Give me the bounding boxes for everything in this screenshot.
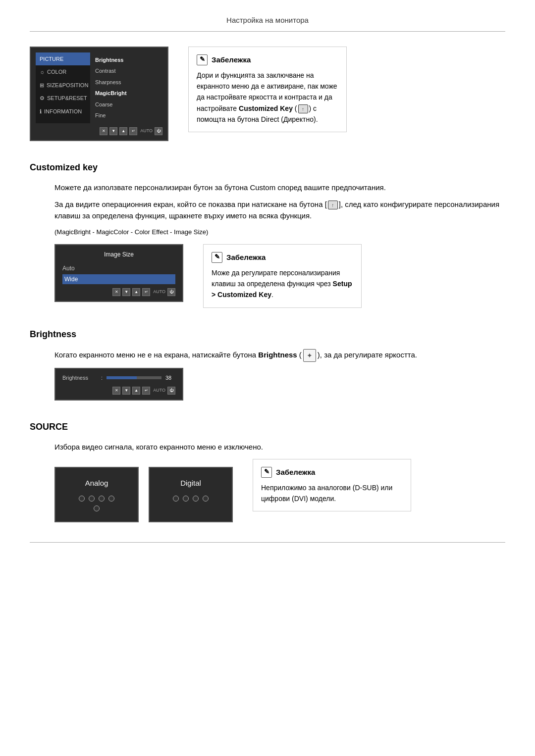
menu-item-info-label: INFORMATION bbox=[44, 107, 82, 116]
digital-screen: Digital bbox=[149, 467, 233, 523]
ctrl-enter: ↵ bbox=[129, 127, 137, 135]
customized-two-col: Image Size Auto Wide ✕ ▼ ▲ ↵ AUTO ⏻ bbox=[54, 244, 505, 308]
source-body: Избора видео сигнала, когато екранното м… bbox=[30, 442, 505, 522]
customkey-icon-2: ↑ bbox=[328, 201, 338, 209]
img-size-title: Image Size bbox=[62, 250, 175, 259]
brightness-screen: Brightness : 38 ✕ ▼ ▲ ↵ AUTO ⏻ bbox=[54, 368, 183, 401]
source-screens-left: Analog Digital bbox=[54, 459, 233, 523]
menu-item-size: ⊞ SIZE&POSITION bbox=[36, 79, 90, 92]
customized-screen-left: Image Size Auto Wide ✕ ▼ ▲ ↵ AUTO ⏻ bbox=[54, 244, 183, 302]
monitor-controls: ✕ ▼ ▲ ↵ AUTO ⏻ bbox=[36, 127, 162, 135]
ctrl2-enter: ↵ bbox=[142, 288, 150, 296]
customized-note-right: ✎ Забележка Може да регулирате персонали… bbox=[203, 244, 505, 308]
analog-dot-4 bbox=[108, 496, 114, 502]
brightness-para: Когато екранното меню не е на екрана, на… bbox=[54, 349, 505, 362]
digital-dot-3 bbox=[193, 496, 199, 502]
intro-monitor-screen: PICTURE ☼ COLOR ⊞ SIZE&POSITION bbox=[30, 47, 168, 141]
source-para: Избора видео сигнала, когато екранното м… bbox=[54, 442, 505, 453]
brightness-section: Brightness Когато екранното меню не е на… bbox=[30, 328, 505, 401]
intro-note-right: ✎ Забележка Дори и функцията за заключва… bbox=[188, 47, 505, 133]
digital-dot-4 bbox=[203, 496, 209, 502]
option-sharpness: Sharpness bbox=[95, 77, 158, 88]
customized-para1: Можете да използвате персонализиран буто… bbox=[54, 182, 505, 194]
setup-icon: ⚙ bbox=[40, 94, 45, 102]
source-title: SOURCE bbox=[30, 420, 505, 434]
source-note-title: ✎ Забележка bbox=[261, 466, 403, 478]
customized-sub-label: (MagicBright - MagicColor - Color Effect… bbox=[54, 227, 505, 237]
intro-note-title: ✎ Забележка bbox=[197, 54, 338, 66]
ctrl-up: ▲ bbox=[119, 127, 127, 135]
menu-item-setup-label: SETUP&RESET bbox=[47, 94, 87, 102]
intro-section: PICTURE ☼ COLOR ⊞ SIZE&POSITION bbox=[30, 47, 505, 141]
brightness-value: 38 bbox=[165, 374, 175, 382]
ctrl-power: ⏻ bbox=[155, 127, 162, 135]
customized-key-section: Customized key Можете да използвате перс… bbox=[30, 161, 505, 308]
analog-dot-3 bbox=[99, 496, 105, 502]
digital-title: Digital bbox=[161, 478, 220, 489]
img-size-wide: Wide bbox=[62, 274, 175, 284]
brightness-bar bbox=[107, 376, 161, 379]
note-icon-1: ✎ bbox=[197, 54, 208, 65]
menu-item-color: ☼ COLOR bbox=[36, 65, 90, 79]
brightness-label: Brightness bbox=[62, 374, 97, 382]
ctrl3-auto: AUTO bbox=[153, 387, 165, 394]
ctrl-auto: AUTO bbox=[140, 128, 153, 135]
menu-item-setup: ⚙ SETUP&RESET bbox=[36, 92, 90, 105]
source-note-right: ✎ Забележка Неприложимо за аналогови (D-… bbox=[253, 459, 505, 512]
menu-item-info: ℹ INFORMATION bbox=[36, 105, 90, 118]
customized-key-body: Можете да използвате персонализиран буто… bbox=[30, 182, 505, 308]
ctrl3-enter: ↵ bbox=[142, 387, 150, 395]
img-size-screen: Image Size Auto Wide ✕ ▼ ▲ ↵ AUTO ⏻ bbox=[54, 244, 183, 302]
brightness-controls: ✕ ▼ ▲ ↵ AUTO ⏻ bbox=[62, 387, 175, 395]
option-coarse: Coarse bbox=[95, 99, 158, 110]
digital-dots bbox=[171, 496, 211, 502]
signal-screens: Analog Digital bbox=[54, 467, 233, 523]
menu-item-size-label: SIZE&POSITION bbox=[47, 81, 88, 90]
intro-menu: PICTURE ☼ COLOR ⊞ SIZE&POSITION bbox=[36, 52, 162, 123]
color-icon: ☼ bbox=[40, 68, 45, 76]
analog-title: Analog bbox=[67, 478, 126, 489]
brightness-row: Brightness : 38 bbox=[62, 374, 175, 382]
source-note-text: Неприложимо за аналогови (D-SUB) или циф… bbox=[261, 482, 403, 504]
source-note-box: ✎ Забележка Неприложимо за аналогови (D-… bbox=[253, 459, 411, 512]
analog-dot-5 bbox=[94, 505, 100, 511]
source-section: SOURCE Избора видео сигнала, когато екра… bbox=[30, 420, 505, 522]
ctrl-x: ✕ bbox=[100, 127, 107, 135]
menu-item-color-label: COLOR bbox=[47, 68, 66, 76]
ctrl3-up: ▲ bbox=[132, 387, 140, 395]
customized-key-title: Customized key bbox=[30, 161, 505, 174]
customized-note-title: ✎ Забележка bbox=[212, 252, 353, 263]
intro-monitor-left: PICTURE ☼ COLOR ⊞ SIZE&POSITION bbox=[30, 47, 168, 141]
customkey-icon-1: ↑ bbox=[298, 104, 308, 113]
customized-note-text: Може да регулирате персонализирания клав… bbox=[212, 267, 353, 301]
option-brightness: Brightness bbox=[95, 54, 158, 66]
ctrl2-auto: AUTO bbox=[153, 289, 165, 296]
img-size-controls: ✕ ▼ ▲ ↵ AUTO ⏻ bbox=[62, 288, 175, 296]
intro-note-text: Дори и функцията за заключване на екранн… bbox=[197, 70, 338, 125]
note-icon-2: ✎ bbox=[212, 252, 222, 263]
size-icon: ⊞ bbox=[40, 81, 44, 90]
analog-dot-1 bbox=[79, 496, 85, 502]
info-icon: ℹ bbox=[40, 107, 42, 116]
customized-para2: За да видите операционния екран, който с… bbox=[54, 199, 505, 221]
img-size-auto: Auto bbox=[62, 264, 175, 273]
ctrl3-down: ▼ bbox=[122, 387, 130, 395]
digital-dot-2 bbox=[183, 496, 189, 502]
page-title: Настройка на монитора bbox=[226, 16, 309, 24]
menu-item-picture-label: PICTURE bbox=[40, 55, 63, 63]
ctrl2-x: ✕ bbox=[112, 288, 120, 296]
intro-two-col: PICTURE ☼ COLOR ⊞ SIZE&POSITION bbox=[30, 47, 505, 141]
intro-note-box: ✎ Забележка Дори и функцията за заключва… bbox=[188, 47, 347, 133]
customized-note-box: ✎ Забележка Може да регулирате персонали… bbox=[203, 244, 362, 308]
ctrl3-x: ✕ bbox=[112, 387, 120, 395]
page-wrapper: Настройка на монитора PICTURE ☼ COLOR bbox=[0, 0, 535, 572]
option-fine: Fine bbox=[95, 110, 158, 121]
brightness-title: Brightness bbox=[30, 328, 505, 341]
option-contrast: Contrast bbox=[95, 65, 158, 77]
brightness-bar-fill bbox=[107, 376, 137, 379]
menu-right: Brightness Contrast Sharpness MagicBrigh… bbox=[90, 52, 162, 123]
analog-dots bbox=[77, 496, 116, 511]
ctrl-down: ▼ bbox=[109, 127, 117, 135]
ctrl3-power: ⏻ bbox=[167, 387, 175, 395]
ctrl2-down: ▼ bbox=[122, 288, 130, 296]
